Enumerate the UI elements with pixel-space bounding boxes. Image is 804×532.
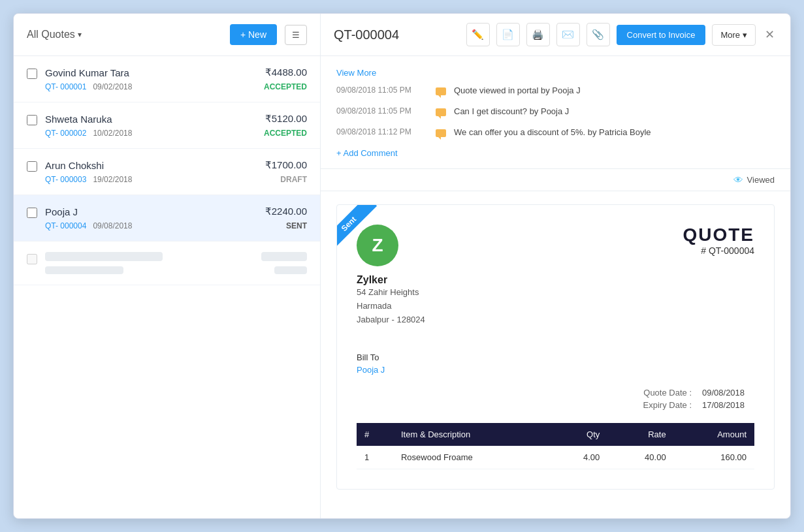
quote-customer-name: Govind Kumar Tara bbox=[45, 67, 129, 78]
skeleton-checkbox bbox=[27, 254, 37, 264]
invoice-cell: 160.00 bbox=[674, 446, 754, 469]
expiry-date-row: Expiry Date : 17/08/2018 bbox=[643, 400, 754, 410]
quote-dates: Quote Date : 09/08/2018 Expiry Date : 17… bbox=[357, 388, 754, 410]
quote-item-bottom: QT- 000002 10/02/2018 ACCEPTED bbox=[45, 129, 307, 138]
quote-meta: QT- 000001 09/02/2018 bbox=[45, 82, 132, 91]
quote-list-item[interactable]: Shweta Naruka ₹5120.00 QT- 000002 10/02/… bbox=[14, 102, 320, 149]
quote-amount: ₹5120.00 bbox=[265, 113, 307, 125]
invoice-col-header: Amount bbox=[674, 423, 754, 446]
invoice-col-header: # bbox=[357, 423, 393, 446]
attach-button[interactable]: 📎 bbox=[587, 23, 610, 46]
skeleton-content bbox=[45, 252, 307, 274]
activity-section: View More 09/08/2018 11:05 PM Quote view… bbox=[321, 56, 790, 169]
invoice-col-header: Rate bbox=[607, 423, 673, 446]
right-panel: QT-000004 ✏️ 📄 🖨️ ✉️ 📎 Convert to Invoic… bbox=[321, 14, 790, 518]
invoice-row: 1Rosewood Froame4.0040.00160.00 bbox=[357, 446, 754, 469]
more-button[interactable]: More ▾ bbox=[712, 24, 756, 46]
bill-to-label: Bill To bbox=[357, 352, 754, 362]
bill-to-name[interactable]: Pooja J bbox=[357, 365, 754, 375]
quote-id: QT- 000001 bbox=[45, 82, 86, 91]
quote-date: 09/08/2018 bbox=[93, 221, 132, 230]
activity-text: We can offer you a discount of 5%. by Pa… bbox=[454, 127, 775, 137]
svg-rect-4 bbox=[436, 129, 446, 137]
pdf-icon: 📄 bbox=[502, 29, 514, 40]
quote-item-content: Arun Chokshi ₹1700.00 QT- 000003 19/02/2… bbox=[45, 159, 307, 184]
left-panel: All Quotes ▾ + New ☰ Govind Kumar Tara ₹… bbox=[14, 14, 321, 518]
quote-item-top: Pooja J ₹2240.00 bbox=[45, 206, 307, 217]
quote-status: ACCEPTED bbox=[264, 82, 307, 91]
convert-to-invoice-button[interactable]: Convert to Invoice bbox=[617, 25, 706, 45]
quote-item-top: Shweta Naruka ₹5120.00 bbox=[45, 113, 307, 125]
quote-meta: QT- 000002 10/02/2018 bbox=[45, 129, 132, 138]
quote-list-item[interactable]: Arun Chokshi ₹1700.00 QT- 000003 19/02/2… bbox=[14, 149, 320, 195]
quote-item-top: Govind Kumar Tara ₹4488.00 bbox=[45, 67, 307, 78]
quote-item-top: Arun Chokshi ₹1700.00 bbox=[45, 159, 307, 171]
skeleton-row bbox=[14, 242, 320, 285]
quote-list-item[interactable]: Govind Kumar Tara ₹4488.00 QT- 000001 09… bbox=[14, 56, 320, 102]
left-header: All Quotes ▾ + New ☰ bbox=[14, 14, 320, 56]
header-title: All Quotes ▾ bbox=[27, 29, 82, 40]
quote-list: Govind Kumar Tara ₹4488.00 QT- 000001 09… bbox=[14, 56, 320, 518]
list-view-button[interactable]: ☰ bbox=[285, 25, 307, 45]
right-header: QT-000004 ✏️ 📄 🖨️ ✉️ 📎 Convert to Invoic… bbox=[321, 14, 790, 56]
quote-id: QT- 000003 bbox=[45, 175, 86, 184]
quote-document-label: QUOTE bbox=[683, 225, 754, 245]
quote-checkbox[interactable] bbox=[27, 161, 37, 172]
quote-customer-name: Shweta Naruka bbox=[45, 114, 112, 125]
quote-item-bottom: QT- 000003 19/02/2018 DRAFT bbox=[45, 175, 307, 184]
email-button[interactable]: ✉️ bbox=[556, 23, 580, 46]
activity-list: 09/08/2018 11:05 PM Quote viewed in port… bbox=[336, 86, 775, 140]
pdf-button[interactable]: 📄 bbox=[496, 23, 520, 46]
quote-checkbox[interactable] bbox=[27, 208, 37, 218]
quote-checkbox[interactable] bbox=[27, 69, 37, 79]
quote-item-content: Shweta Naruka ₹5120.00 QT- 000002 10/02/… bbox=[45, 113, 307, 138]
edit-button[interactable]: ✏️ bbox=[466, 23, 490, 46]
svg-rect-2 bbox=[436, 108, 446, 116]
quote-customer-name: Pooja J bbox=[45, 206, 78, 217]
view-more-link[interactable]: View More bbox=[336, 68, 376, 78]
quote-id-title: QT-000004 bbox=[334, 27, 399, 42]
company-address: 54 Zahir Heights Harmada Jabalpur - 1280… bbox=[357, 286, 425, 326]
svg-marker-1 bbox=[438, 95, 441, 98]
quote-amount: ₹1700.00 bbox=[265, 159, 307, 171]
expiry-date-label: Expiry Date : bbox=[643, 400, 692, 410]
quote-date: 09/02/2018 bbox=[93, 82, 132, 91]
quote-id: QT- 000004 bbox=[45, 221, 86, 230]
invoice-col-header: Qty bbox=[550, 423, 607, 446]
quote-customer-name: Arun Chokshi bbox=[45, 160, 104, 171]
print-button[interactable]: 🖨️ bbox=[526, 23, 550, 46]
activity-time: 09/08/2018 11:12 PM bbox=[336, 127, 428, 136]
skeleton-name bbox=[45, 252, 163, 261]
quote-meta: QT- 000004 09/08/2018 bbox=[45, 221, 132, 230]
edit-icon: ✏️ bbox=[472, 29, 484, 40]
address-line-3: Jabalpur - 128024 bbox=[357, 313, 425, 327]
list-icon: ☰ bbox=[292, 30, 300, 40]
close-button[interactable]: ✕ bbox=[762, 25, 777, 44]
activity-comment-icon bbox=[434, 106, 447, 119]
quote-amount: ₹2240.00 bbox=[265, 206, 307, 217]
activity-item: 09/08/2018 11:12 PM We can offer you a d… bbox=[336, 127, 775, 140]
attach-icon: 📎 bbox=[592, 29, 604, 40]
quote-status: DRAFT bbox=[280, 175, 307, 184]
sent-ribbon-label: Sent bbox=[336, 204, 377, 252]
quote-date-label: Quote Date : bbox=[643, 388, 692, 398]
quote-id: QT- 000002 bbox=[45, 129, 86, 138]
quote-preview-document: Sent Z Zylker 54 Zahir Heights bbox=[336, 204, 775, 490]
invoice-cell: 1 bbox=[357, 446, 393, 469]
quote-checkbox[interactable] bbox=[27, 115, 37, 125]
invoice-table-body: 1Rosewood Froame4.0040.00160.00 bbox=[357, 446, 754, 469]
activity-item: 09/08/2018 11:05 PM Quote viewed in port… bbox=[336, 86, 775, 99]
activity-time: 09/08/2018 11:05 PM bbox=[336, 106, 428, 116]
sent-ribbon: Sent bbox=[336, 204, 389, 257]
quote-date-row: Quote Date : 09/08/2018 bbox=[643, 388, 754, 398]
activity-comment-icon bbox=[434, 86, 447, 99]
quote-date-value: 09/08/2018 bbox=[702, 388, 754, 398]
quote-list-item[interactable]: Pooja J ₹2240.00 QT- 000004 09/08/2018 S… bbox=[14, 195, 320, 242]
viewed-label: Viewed bbox=[747, 175, 775, 185]
new-button[interactable]: + New bbox=[230, 24, 277, 45]
quote-item-bottom: QT- 000004 09/08/2018 SENT bbox=[45, 221, 307, 230]
add-comment-button[interactable]: + Add Comment bbox=[336, 148, 775, 158]
app-window: All Quotes ▾ + New ☰ Govind Kumar Tara ₹… bbox=[13, 13, 791, 519]
print-icon: 🖨️ bbox=[532, 29, 544, 40]
quote-item-bottom: QT- 000001 09/02/2018 ACCEPTED bbox=[45, 82, 307, 91]
